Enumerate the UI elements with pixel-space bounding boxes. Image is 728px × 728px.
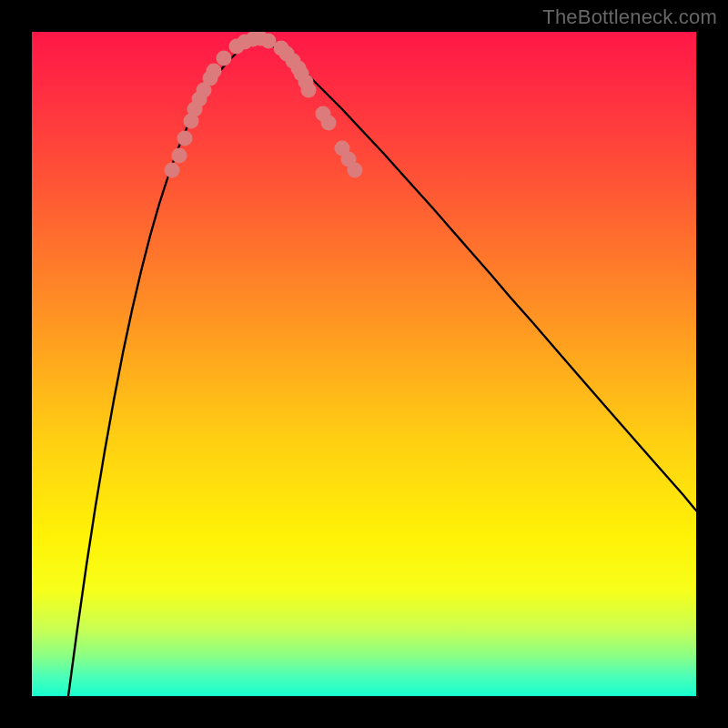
marker-point bbox=[207, 64, 222, 79]
plot-area bbox=[32, 32, 696, 696]
marker-point bbox=[348, 163, 363, 178]
marker-group bbox=[165, 32, 363, 178]
curve-group bbox=[68, 38, 696, 696]
marker-point bbox=[177, 131, 193, 147]
marker-point bbox=[217, 51, 232, 66]
marker-point bbox=[172, 148, 187, 164]
watermark-text: TheBottleneck.com bbox=[542, 5, 717, 29]
curve-layer bbox=[32, 32, 696, 696]
chart-frame: TheBottleneck.com bbox=[0, 0, 728, 728]
marker-point bbox=[301, 83, 317, 98]
curve-left-curve bbox=[68, 38, 258, 696]
marker-point bbox=[165, 163, 180, 178]
marker-point bbox=[321, 116, 337, 131]
